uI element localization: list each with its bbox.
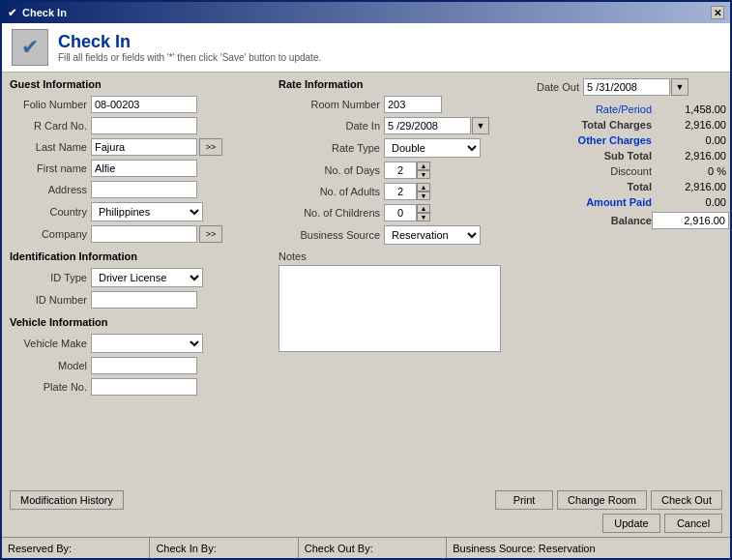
total-value: 2,916.00 (652, 181, 729, 192)
datein-label: Date In (278, 120, 380, 132)
childrens-decrement-button[interactable]: ▼ (417, 213, 430, 221)
days-increment-button[interactable]: ▲ (417, 162, 430, 170)
bottom-buttons-row2: Update Cancel (2, 514, 730, 537)
businesssource-select[interactable]: Reservation Walk-in Online (384, 225, 481, 245)
lastname-expand-button[interactable]: >> (199, 138, 222, 156)
total-row: Total 2,916.00 (526, 181, 729, 192)
childrens-increment-button[interactable]: ▲ (417, 204, 430, 213)
vehicle-title: Vehicle Information (10, 316, 271, 329)
check-out-button[interactable]: Check Out (651, 490, 722, 510)
header-subtitle: Fill all fields or fields with '*' then … (58, 52, 321, 63)
business-source-item: Business Source: Reservation (447, 538, 730, 558)
discount-row: Discount 0 % (526, 165, 729, 177)
datein-input[interactable] (384, 117, 471, 134)
firstname-input[interactable] (91, 160, 197, 177)
window: ✔ Check In ✕ ✔ Check In Fill all fields … (0, 0, 732, 560)
plate-row: Plate No. (10, 378, 271, 396)
firstname-row: First name (10, 160, 271, 177)
adults-label: No. of Adults (278, 186, 380, 197)
company-expand-button[interactable]: >> (199, 225, 222, 243)
identification-section: Identification Information ID Type Drive… (10, 251, 271, 309)
country-row: Country Philippines USA Japan (10, 202, 271, 221)
othercharges-label: Other Charges (565, 134, 652, 146)
lastname-label: Last Name (10, 141, 87, 153)
print-button[interactable]: Print (495, 490, 553, 510)
left-panel: Guest Information Folio Number R Card No… (10, 78, 271, 481)
idnumber-input[interactable] (91, 291, 197, 309)
close-button[interactable]: ✕ (711, 6, 724, 19)
rcard-row: R Card No. (10, 117, 271, 134)
checkin-by-label: Check In By: (156, 543, 216, 554)
businesssource-row: Business Source Reservation Walk-in Onli… (278, 225, 501, 245)
modification-history-button[interactable]: Modification History (10, 490, 124, 510)
idtype-select[interactable]: Driver License Passport SSS (91, 268, 203, 287)
company-label: Company (10, 228, 87, 240)
amountpaid-row: Amount Paid 0.00 (526, 196, 729, 208)
othercharges-value: 0.00 (652, 134, 729, 146)
ratetype-label: Rate Type (278, 142, 380, 154)
adults-decrement-button[interactable]: ▼ (417, 192, 430, 200)
dateout-dropdown-button[interactable]: ▼ (671, 78, 688, 96)
header-section: ✔ Check In Fill all fields or fields wit… (2, 23, 730, 73)
roomnumber-input[interactable] (384, 96, 442, 113)
header-text: Check In Fill all fields or fields with … (58, 32, 321, 63)
days-input[interactable] (384, 162, 417, 179)
window-title: Check In (22, 7, 67, 18)
country-select[interactable]: Philippines USA Japan (91, 202, 203, 221)
update-button[interactable]: Update (602, 514, 660, 533)
datein-dropdown-button[interactable]: ▼ (472, 117, 489, 134)
childrens-spinner: ▲ ▼ (417, 204, 430, 221)
balance-row: Balance (526, 212, 729, 229)
vehiclemake-select[interactable] (91, 334, 203, 353)
vehicle-section: Vehicle Information Vehicle Make Model P… (10, 316, 271, 396)
idnumber-label: ID Number (10, 294, 87, 306)
folio-input[interactable] (91, 96, 197, 113)
change-room-button[interactable]: Change Room (557, 490, 647, 510)
days-decrement-button[interactable]: ▼ (417, 170, 430, 179)
status-bar: Reserved By: Check In By: Check Out By: … (2, 537, 730, 558)
folio-row: Folio Number (10, 96, 271, 113)
model-row: Model (10, 357, 271, 374)
roomnumber-row: Room Number (278, 96, 501, 113)
childrens-input[interactable] (384, 204, 417, 221)
totalcharges-row: Total Charges 2,916.00 (526, 119, 729, 131)
guest-info-title: Guest Information (10, 78, 271, 91)
dateout-label: Date Out (526, 81, 579, 93)
rate-info-title: Rate Information (278, 78, 501, 91)
idtype-label: ID Type (10, 272, 87, 283)
reserved-by-label: Reserved By: (8, 543, 72, 554)
title-bar: ✔ Check In ✕ (2, 2, 730, 23)
address-row: Address (10, 181, 271, 198)
model-input[interactable] (91, 357, 197, 374)
idnumber-row: ID Number (10, 291, 271, 309)
title-bar-text: ✔ Check In (8, 7, 67, 19)
days-spinner: ▲ ▼ (417, 162, 430, 179)
discount-label: Discount (565, 165, 652, 177)
lastname-input[interactable] (91, 138, 197, 156)
plate-label: Plate No. (10, 381, 87, 393)
adults-increment-button[interactable]: ▲ (417, 183, 430, 192)
ratetype-select[interactable]: Double Single Suite (384, 138, 481, 158)
rateperiod-label: Rate/Period (565, 103, 652, 115)
balance-value[interactable] (652, 212, 729, 229)
notes-textarea[interactable] (278, 265, 501, 352)
discount-value: 0 % (652, 165, 729, 177)
total-label: Total (565, 181, 652, 192)
company-row: Company >> (10, 225, 271, 243)
reserved-by-item: Reserved By: (2, 538, 150, 558)
checkout-by-item: Check Out By: (299, 538, 447, 558)
notes-section: Notes (278, 251, 501, 354)
idtype-row: ID Type Driver License Passport SSS (10, 268, 271, 287)
middle-panel: Rate Information Room Number Date In ▼ R… (278, 78, 501, 481)
adults-input[interactable] (384, 183, 417, 200)
rcard-input[interactable] (91, 117, 197, 134)
address-label: Address (10, 184, 87, 195)
days-row: No. of Days ▲ ▼ (278, 162, 501, 179)
rcard-label: R Card No. (10, 120, 87, 132)
cancel-button[interactable]: Cancel (664, 514, 722, 533)
title-icon: ✔ (8, 7, 16, 19)
dateout-input[interactable] (583, 78, 670, 96)
address-input[interactable] (91, 181, 197, 198)
company-input[interactable] (91, 225, 197, 243)
plate-input[interactable] (91, 378, 197, 396)
